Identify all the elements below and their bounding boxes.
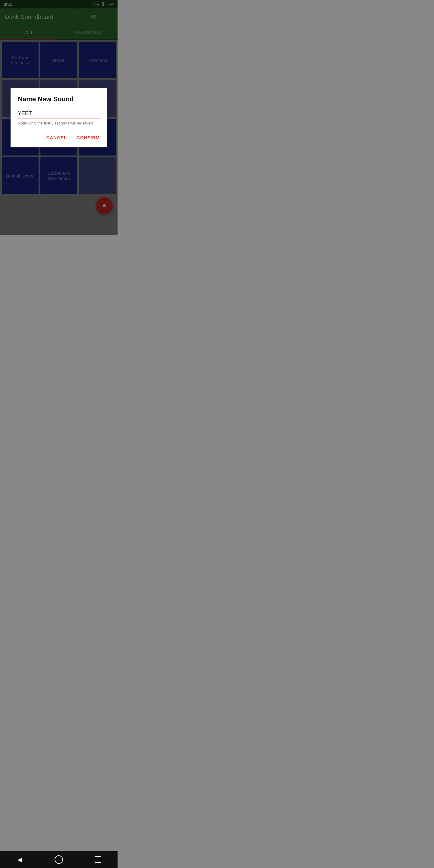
dialog-title: Name New Sound xyxy=(18,95,101,103)
sound-name-input[interactable] xyxy=(18,109,101,119)
dialog-overlay: Name New Sound Note: Only the first 6 se… xyxy=(0,0,118,235)
name-sound-dialog: Name New Sound Note: Only the first 6 se… xyxy=(10,88,107,147)
dialog-input-container xyxy=(18,109,101,119)
dialog-actions: CANCEL CONFIRM xyxy=(18,133,101,143)
cancel-button[interactable]: CANCEL xyxy=(45,133,68,143)
dialog-note: Note: Only the first 6 seconds will be s… xyxy=(18,121,101,125)
confirm-button[interactable]: CONFIRM xyxy=(75,133,101,143)
